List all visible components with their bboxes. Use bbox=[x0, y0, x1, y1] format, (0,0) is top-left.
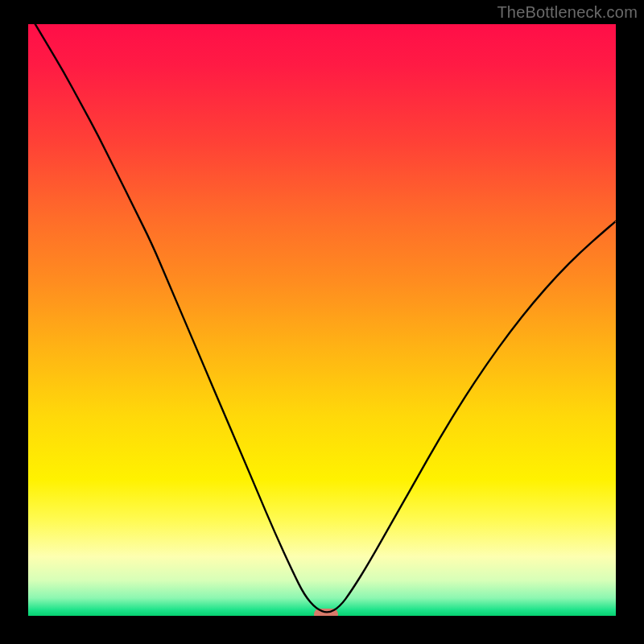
watermark-text: TheBottleneck.com bbox=[497, 3, 638, 22]
plot-area bbox=[28, 24, 616, 616]
bottleneck-curve bbox=[28, 24, 616, 616]
chart-frame: TheBottleneck.com bbox=[0, 0, 644, 644]
curve-path bbox=[28, 24, 616, 612]
